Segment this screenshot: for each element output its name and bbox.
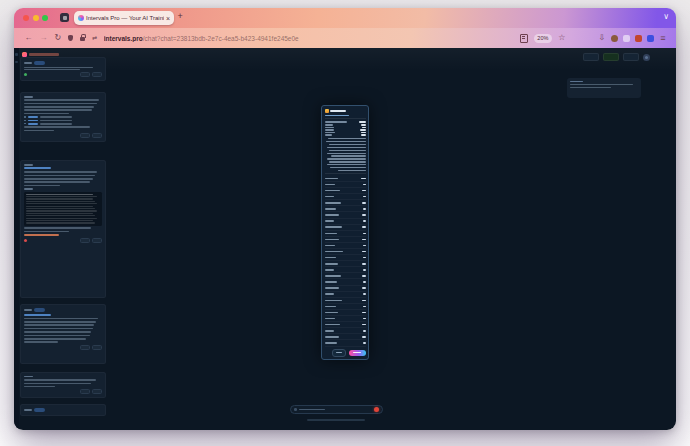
chat-action-button[interactable]: [80, 133, 90, 138]
chat-input[interactable]: [290, 405, 383, 414]
list-value-skeleton: [362, 336, 365, 338]
header-button[interactable]: [583, 53, 599, 61]
list-value-skeleton: [362, 287, 365, 289]
cancel-button[interactable]: [332, 349, 346, 357]
list-label-skeleton: [325, 196, 334, 198]
list-label-skeleton: [325, 184, 336, 186]
summary-key-skeleton: [325, 121, 347, 123]
reader-mode-icon[interactable]: [520, 34, 528, 43]
list-label-skeleton: [325, 269, 334, 271]
paragraph-line-skeleton: [327, 158, 365, 159]
chat-action-button[interactable]: [92, 345, 102, 350]
modal-summary-rows: [325, 120, 366, 137]
section-label-skeleton: [24, 96, 33, 98]
header-button[interactable]: [623, 53, 639, 61]
new-tab-button[interactable]: +: [178, 12, 183, 21]
browser-window: Intervals Pro — Your AI Training | × + ∨…: [14, 8, 676, 430]
paragraph-line-skeleton: [327, 164, 366, 165]
disclaimer-text-skeleton: [307, 419, 365, 421]
browser-titlebar: Intervals Pro — Your AI Training | × + ∨: [14, 8, 676, 28]
table-header-skeleton: [26, 194, 93, 195]
bubble-name-skeleton: [570, 81, 584, 83]
chat-message-card: [20, 57, 106, 81]
downloads-icon[interactable]: ⇩: [599, 34, 606, 42]
text-line-skeleton: [24, 103, 97, 105]
extension-icon-light[interactable]: [623, 35, 630, 42]
paragraph-line-skeleton: [331, 155, 366, 156]
link-heading-skeleton: [24, 314, 51, 316]
extension-icon-red[interactable]: [635, 35, 642, 42]
forward-button[interactable]: →: [40, 34, 48, 42]
modal-summary-row: [325, 121, 366, 123]
paragraph-line-skeleton: [327, 153, 366, 154]
bullet-dot: [24, 123, 26, 125]
paragraph-line-skeleton: [330, 167, 365, 168]
modal-summary-row: [325, 127, 366, 129]
modal-lightning-icon: [325, 109, 329, 113]
table-row-skeleton: [26, 203, 97, 204]
chat-message-card: [20, 160, 106, 298]
paragraph-line-skeleton: [329, 161, 365, 162]
collapsed-sidebar-rail[interactable]: [14, 48, 19, 430]
text-line-skeleton: [24, 383, 91, 384]
modal-dialog: [321, 105, 369, 360]
text-line-skeleton: [570, 87, 611, 89]
chat-action-button[interactable]: [92, 133, 102, 138]
text-line-skeleton: [24, 181, 90, 183]
list-value-skeleton: [362, 202, 366, 204]
list-value-skeleton: [363, 342, 366, 344]
message-actions-row: [24, 72, 102, 77]
window-zoom-button[interactable]: [42, 15, 48, 21]
lock-icon[interactable]: [80, 37, 85, 41]
tab-close-icon[interactable]: ×: [166, 15, 170, 22]
window-close-button[interactable]: [23, 15, 29, 21]
table-row-skeleton: [26, 222, 95, 223]
text-line-skeleton: [24, 227, 91, 229]
chevron-down-icon[interactable]: ∨: [663, 12, 669, 21]
chat-action-button[interactable]: [92, 72, 102, 77]
list-value-skeleton: [363, 269, 365, 271]
chat-action-button[interactable]: [80, 238, 90, 243]
bullet-link-skeleton: [28, 116, 39, 118]
reload-button[interactable]: ↻: [55, 34, 62, 42]
record-stop-button[interactable]: [374, 407, 380, 413]
menu-hamburger-icon[interactable]: ≡: [660, 34, 665, 43]
list-label-skeleton: [325, 293, 335, 295]
pinned-extension-icon[interactable]: [60, 13, 69, 22]
chat-action-button[interactable]: [80, 389, 90, 394]
attach-icon[interactable]: [294, 408, 297, 411]
browser-navbar: ← → ↻ ⇄ intervals.pro/chat?chat=23813bdb…: [14, 28, 676, 48]
browser-tab[interactable]: Intervals Pro — Your AI Training | ×: [74, 11, 174, 25]
list-label-skeleton: [325, 251, 343, 253]
bullet-item: [24, 120, 102, 122]
summary-value-skeleton: [360, 129, 366, 131]
list-label-skeleton: [325, 214, 340, 216]
table-row-skeleton: [26, 198, 93, 199]
account-avatar-icon[interactable]: [611, 35, 618, 42]
tracking-shield-icon[interactable]: [68, 35, 73, 41]
paragraph-line-skeleton: [328, 138, 366, 139]
chat-action-button[interactable]: [80, 345, 90, 350]
back-button[interactable]: ←: [25, 34, 33, 42]
text-line-skeleton: [24, 113, 69, 115]
summary-key-skeleton: [325, 134, 332, 136]
summary-key-skeleton: [325, 127, 335, 129]
url-bar[interactable]: intervals.pro/chat?chat=23813bdb-2e7c-4e…: [104, 35, 299, 42]
user-avatar[interactable]: [643, 54, 650, 61]
zoom-level-badge[interactable]: 20%: [534, 34, 552, 43]
model-badge: [34, 61, 45, 65]
bullet-dot: [24, 120, 26, 122]
chat-action-button[interactable]: [92, 238, 102, 243]
bookmark-star-icon[interactable]: ☆: [558, 34, 565, 42]
app-wordmark: [29, 53, 59, 57]
modal-summary-row: [325, 134, 366, 136]
text-line-skeleton: [24, 318, 98, 320]
extension-icon-indigo[interactable]: [647, 35, 654, 42]
primary-action-button[interactable]: [349, 350, 366, 356]
header-button[interactable]: [603, 53, 619, 61]
section-label-skeleton: [24, 164, 33, 166]
chat-action-button[interactable]: [80, 72, 90, 77]
window-minimize-button[interactable]: [33, 15, 39, 21]
chat-action-button[interactable]: [92, 389, 102, 394]
summary-key-skeleton: [325, 132, 336, 134]
